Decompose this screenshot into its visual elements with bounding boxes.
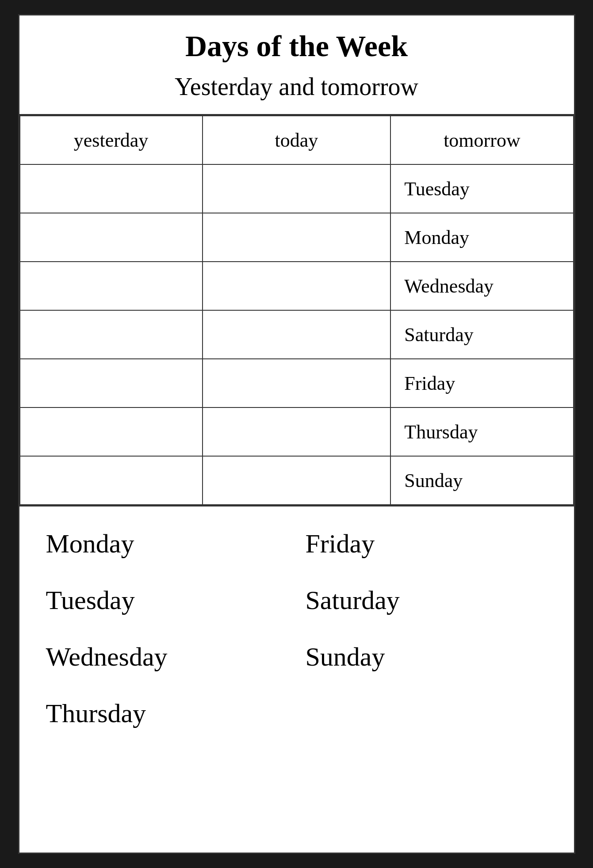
word-right-1: Saturday	[297, 572, 556, 628]
cell-tomorrow-0: Tuesday	[390, 164, 573, 213]
cell-yesterday-4	[20, 359, 203, 407]
table-row: Tuesday	[20, 164, 574, 213]
cell-today-1	[203, 213, 391, 262]
page-container: Days of the Week Yesterday and tomorrow …	[18, 14, 575, 854]
word-left-3: Thursday	[37, 685, 297, 742]
cell-yesterday-1	[20, 213, 203, 262]
table-header-row: yesterday today tomorrow	[20, 116, 574, 164]
word-list-right: FridaySaturdaySunday	[297, 515, 556, 742]
cell-tomorrow-3: Saturday	[390, 310, 573, 359]
cell-yesterday-3	[20, 310, 203, 359]
subtitle: Yesterday and tomorrow	[37, 72, 556, 101]
table-row: Monday	[20, 213, 574, 262]
days-table: yesterday today tomorrow TuesdayMondayWe…	[19, 115, 574, 505]
cell-today-2	[203, 262, 391, 310]
table-row: Thursday	[20, 407, 574, 456]
header-tomorrow: tomorrow	[390, 116, 573, 164]
word-left-1: Tuesday	[37, 572, 297, 628]
cell-tomorrow-1: Monday	[390, 213, 573, 262]
table-row: Friday	[20, 359, 574, 407]
table-row: Wednesday	[20, 262, 574, 310]
header-today: today	[203, 116, 391, 164]
word-left-2: Wednesday	[37, 628, 297, 685]
main-title: Days of the Week	[37, 29, 556, 64]
cell-tomorrow-4: Friday	[390, 359, 573, 407]
word-list-section: MondayTuesdayWednesdayThursday FridaySat…	[19, 506, 574, 755]
word-list-left: MondayTuesdayWednesdayThursday	[37, 515, 297, 742]
cell-yesterday-0	[20, 164, 203, 213]
cell-today-4	[203, 359, 391, 407]
cell-yesterday-5	[20, 407, 203, 456]
cell-today-3	[203, 310, 391, 359]
header-section: Days of the Week Yesterday and tomorrow	[19, 15, 574, 115]
table-row: Saturday	[20, 310, 574, 359]
cell-today-6	[203, 456, 391, 505]
header-yesterday: yesterday	[20, 116, 203, 164]
cell-tomorrow-5: Thursday	[390, 407, 573, 456]
table-row: Sunday	[20, 456, 574, 505]
cell-tomorrow-6: Sunday	[390, 456, 573, 505]
cell-yesterday-2	[20, 262, 203, 310]
cell-yesterday-6	[20, 456, 203, 505]
word-right-2: Sunday	[297, 628, 556, 685]
cell-today-0	[203, 164, 391, 213]
word-left-0: Monday	[37, 515, 297, 572]
cell-tomorrow-2: Wednesday	[390, 262, 573, 310]
word-right-0: Friday	[297, 515, 556, 572]
table-section: yesterday today tomorrow TuesdayMondayWe…	[19, 115, 574, 506]
cell-today-5	[203, 407, 391, 456]
